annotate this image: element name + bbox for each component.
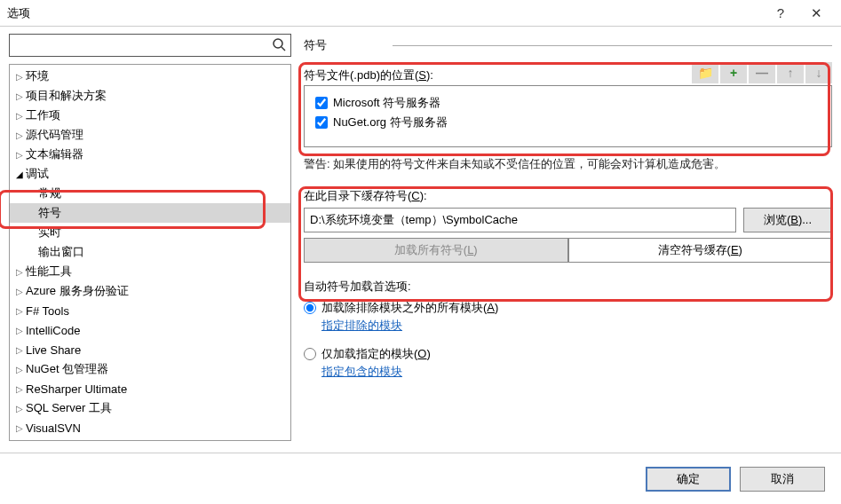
remove-icon[interactable]: —: [749, 62, 775, 83]
title-bar: 选项 ? ✕: [0, 0, 841, 27]
warning-text: 警告: 如果使用的符号文件来自未知或不受信任的位置，可能会对计算机造成危害。: [304, 156, 832, 172]
tree-item-label: 文本编辑器: [26, 146, 83, 162]
tree-item[interactable]: ▷性能工具: [10, 262, 290, 281]
dialog-footer: 确定 取消: [0, 453, 841, 504]
server-checkbox[interactable]: [315, 116, 328, 129]
divider: [393, 45, 832, 46]
tree-arrow-icon[interactable]: ▷: [13, 130, 26, 140]
server-name: NuGet.org 符号服务器: [333, 114, 448, 130]
tree-item-label: 输出窗口: [26, 244, 84, 260]
tree-item[interactable]: ▷F# Tools: [10, 301, 290, 320]
specify-included-link[interactable]: 指定包含的模块: [321, 364, 832, 380]
tree-item[interactable]: 常规: [10, 184, 290, 203]
left-pane: ▷环境▷项目和解决方案▷工作项▷源代码管理▷文本编辑器◢调试常规符号实时输出窗口…: [9, 34, 291, 441]
search-input[interactable]: [9, 34, 291, 57]
tree-arrow-icon[interactable]: ▷: [13, 404, 26, 413]
cancel-button[interactable]: 取消: [740, 467, 825, 492]
tree-item-label: Live Share: [26, 343, 81, 357]
cache-path-input[interactable]: [304, 208, 736, 232]
tree-item-label: 实时: [26, 224, 61, 240]
radio-label: 仅加载指定的模块(O): [321, 346, 431, 362]
tree-arrow-icon[interactable]: ▷: [13, 91, 26, 101]
symbol-servers-list: Microsoft 符号服务器 NuGet.org 符号服务器: [304, 85, 832, 147]
tree-item-label: 环境: [26, 68, 49, 84]
tree-item[interactable]: ▷Azure 服务身份验证: [10, 281, 290, 301]
tree-item[interactable]: ▷NuGet 包管理器: [10, 359, 290, 379]
radio-label: 加载除排除模块之外的所有模块(A): [321, 300, 498, 316]
tree-item-label: 项目和解决方案: [26, 88, 107, 104]
cache-dir-label: 在此目录下缓存符号(C):: [304, 188, 832, 204]
tree-item-label: 调试: [26, 166, 49, 182]
tree-item[interactable]: 实时: [10, 223, 290, 242]
tree-item[interactable]: 符号: [10, 203, 290, 223]
symbols-toolbar: 📁 + — ↑ ↓: [692, 62, 832, 83]
folder-icon[interactable]: 📁: [692, 62, 718, 83]
load-all-symbols-button[interactable]: 加载所有符号(L): [304, 238, 568, 263]
right-pane: 符号 符号文件(.pdb)的位置(S): 📁 + — ↑ ↓ Microsoft…: [304, 34, 832, 441]
symbol-server-row[interactable]: NuGet.org 符号服务器: [315, 113, 821, 132]
ok-button[interactable]: 确定: [646, 467, 731, 492]
tree-item-label: VisualSVN: [26, 421, 81, 435]
tree-item[interactable]: ▷IntelliCode: [10, 320, 290, 340]
tree-item[interactable]: ▷文本编辑器: [10, 145, 290, 164]
tree-item[interactable]: ▷SQL Server 工具: [10, 398, 290, 418]
tree-view: ▷环境▷项目和解决方案▷工作项▷源代码管理▷文本编辑器◢调试常规符号实时输出窗口…: [9, 64, 291, 441]
tree-item[interactable]: ◢调试: [10, 164, 290, 184]
server-checkbox[interactable]: [315, 97, 328, 109]
tree-item-label: 性能工具: [26, 264, 72, 280]
tree-arrow-icon[interactable]: ▷: [13, 72, 26, 82]
tree-item-label: F# Tools: [26, 304, 69, 318]
help-icon[interactable]: ?: [763, 5, 798, 20]
tree-item-label: IntelliCode: [26, 324, 80, 337]
tree-item[interactable]: ▷工作项: [10, 106, 290, 125]
window-title: 选项: [7, 5, 763, 21]
tree-arrow-icon[interactable]: ▷: [13, 267, 26, 277]
tree-arrow-icon[interactable]: ▷: [13, 111, 26, 121]
browse-button[interactable]: 浏览(B)...: [743, 208, 832, 232]
close-icon[interactable]: ✕: [798, 5, 834, 21]
auto-load-heading: 自动符号加载首选项:: [304, 279, 832, 295]
symbol-server-row[interactable]: Microsoft 符号服务器: [315, 93, 821, 113]
tree-item[interactable]: 输出窗口: [10, 242, 290, 262]
tree-arrow-icon[interactable]: ▷: [13, 306, 26, 316]
tree-arrow-icon[interactable]: ◢: [13, 169, 26, 179]
tree-item-label: 符号: [26, 205, 61, 221]
tree-item-label: 源代码管理: [26, 127, 83, 143]
server-name: Microsoft 符号服务器: [333, 95, 440, 111]
tree-item[interactable]: ▷项目和解决方案: [10, 86, 290, 106]
move-down-icon[interactable]: ↓: [805, 62, 832, 83]
move-up-icon[interactable]: ↑: [777, 62, 804, 83]
tree-item[interactable]: ▷源代码管理: [10, 125, 290, 145]
add-icon[interactable]: +: [720, 62, 747, 83]
tree-arrow-icon[interactable]: ▷: [13, 365, 26, 374]
tree-arrow-icon[interactable]: ▷: [13, 326, 26, 335]
tree-item-label: Azure 服务身份验证: [26, 283, 129, 299]
tree-item-label: 工作项: [26, 107, 60, 123]
tree-item[interactable]: ▷环境: [10, 67, 290, 86]
specify-excluded-link[interactable]: 指定排除的模块: [321, 318, 832, 334]
tree-item-label: ReSharper Ultimate: [26, 382, 127, 396]
tree-arrow-icon[interactable]: ▷: [13, 287, 26, 296]
page-heading: 符号: [304, 37, 393, 53]
tree-arrow-icon[interactable]: ▷: [13, 345, 26, 355]
tree-item-label: SQL Server 工具: [26, 400, 112, 416]
tree-arrow-icon[interactable]: ▷: [13, 150, 26, 160]
tree-item-label: 常规: [26, 185, 61, 201]
tree-item-label: NuGet 包管理器: [26, 361, 108, 377]
load-specified-radio[interactable]: [304, 348, 316, 360]
tree-arrow-icon[interactable]: ▷: [13, 384, 26, 394]
load-all-radio[interactable]: [304, 302, 316, 314]
tree-arrow-icon[interactable]: ▷: [13, 423, 26, 433]
clear-cache-button[interactable]: 清空符号缓存(E): [568, 238, 833, 263]
tree-item[interactable]: ▷ReSharper Ultimate: [10, 379, 290, 398]
tree-item[interactable]: ▷VisualSVN: [10, 418, 290, 437]
tree-item[interactable]: ▷Live Share: [10, 340, 290, 359]
